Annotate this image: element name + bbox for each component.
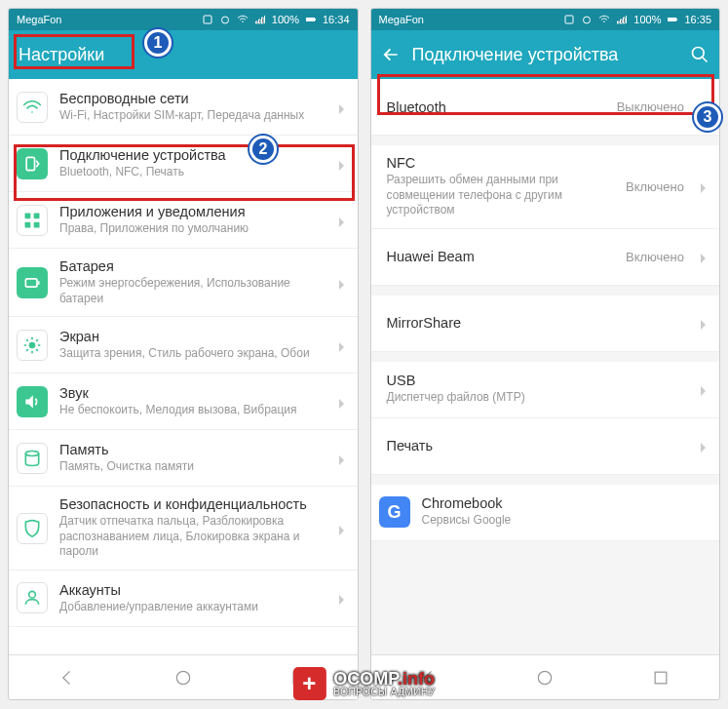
row-wireless[interactable]: Беспроводные сетиWi-Fi, Настройки SIM-ка…	[9, 79, 358, 136]
svg-rect-0	[204, 16, 211, 23]
carrier-label: MegaFon	[379, 14, 424, 25]
row-apps[interactable]: Приложения и уведомленияПрава, Приложени…	[9, 192, 358, 249]
row-accounts[interactable]: АккаунтыДобавление/управление аккаунтами	[9, 571, 358, 627]
signal-icon	[254, 14, 266, 25]
battery-label: 100%	[633, 14, 661, 25]
recent-nav-button[interactable]	[651, 668, 671, 688]
phone-left: MegaFon 100% 16:34 Настройки Беспроводны…	[8, 8, 359, 700]
home-nav-button[interactable]	[173, 668, 193, 688]
row-title: Память	[59, 442, 326, 457]
svg-point-21	[539, 671, 552, 684]
svg-rect-6	[34, 213, 40, 218]
row-chromebook[interactable]: G ChromebookСервисы Google	[371, 485, 720, 541]
svg-rect-22	[656, 672, 668, 684]
svg-rect-8	[34, 221, 40, 227]
sound-icon	[17, 386, 48, 417]
row-usb[interactable]: USBДиспетчер файлов (MTP)	[371, 362, 720, 418]
annotation-badge-1: 1	[144, 29, 172, 57]
annotation-badge-3: 3	[694, 103, 721, 131]
chevron-right-icon	[338, 592, 346, 604]
settings-header: Настройки	[9, 30, 358, 79]
nfc-status-icon	[202, 14, 213, 25]
chevron-right-icon	[700, 383, 708, 395]
row-storage[interactable]: ПамятьПамять, Очистка памяти	[9, 430, 358, 487]
row-sound[interactable]: ЗвукНе беспокоить, Мелодия вызова, Вибра…	[9, 374, 358, 430]
row-sub: Сервисы Google	[422, 513, 709, 529]
status-bar: MegaFon 100% 16:35	[371, 9, 720, 30]
wifi-icon	[17, 92, 48, 123]
apps-icon	[17, 205, 48, 236]
row-title: Беспроводные сети	[59, 91, 326, 106]
row-battery[interactable]: БатареяРежим энергосбережения, Использов…	[9, 249, 358, 317]
row-title: Bluetooth	[387, 99, 605, 115]
svg-point-14	[176, 671, 189, 684]
watermark-name: OCOMP	[333, 669, 398, 689]
svg-rect-2	[306, 18, 315, 21]
battery-icon	[305, 14, 317, 25]
svg-rect-5	[25, 213, 31, 218]
row-display[interactable]: ЭкранЗащита зрения, Стиль рабочего экран…	[9, 317, 358, 374]
wifi-icon	[237, 14, 249, 25]
row-nfc[interactable]: NFCРазрешить обмен данными при совмещени…	[371, 145, 720, 229]
battery-label: 100%	[272, 14, 299, 25]
row-huawei-beam[interactable]: Huawei Beam Включено	[371, 229, 720, 286]
row-title: Приложения и уведомления	[59, 204, 326, 219]
chevron-right-icon	[338, 453, 346, 464]
time-label: 16:35	[684, 14, 711, 25]
row-mirrorshare[interactable]: MirrorShare	[371, 295, 720, 352]
row-security[interactable]: Безопасность и конфиденциальностьДатчик …	[9, 487, 358, 571]
row-sub: Права, Приложения по умолчанию	[59, 221, 326, 237]
nfc-status-icon	[563, 14, 575, 25]
connection-header: Подключение устройства	[371, 30, 720, 79]
row-sub: Память, Очистка памяти	[59, 459, 326, 475]
row-title: NFC	[387, 155, 615, 171]
google-icon: G	[379, 496, 410, 528]
chevron-right-icon	[700, 251, 708, 262]
back-nav-button[interactable]	[57, 668, 77, 688]
alarm-icon	[219, 14, 231, 25]
status-bar: MegaFon 100% 16:34	[9, 9, 358, 30]
row-bluetooth[interactable]: Bluetooth Выключено	[371, 79, 720, 136]
signal-icon	[616, 14, 628, 25]
row-value: Включено	[626, 179, 684, 194]
chevron-right-icon	[700, 180, 708, 192]
back-button[interactable]	[381, 45, 401, 64]
carrier-label: MegaFon	[17, 14, 61, 25]
settings-list[interactable]: Беспроводные сетиWi-Fi, Настройки SIM-ка…	[9, 79, 358, 654]
alarm-icon	[581, 14, 593, 25]
svg-rect-4	[26, 157, 34, 170]
chevron-right-icon	[338, 339, 346, 351]
battery-icon	[667, 14, 678, 25]
row-sub: Режим энергосбережения, Использование ба…	[59, 276, 326, 306]
search-button[interactable]	[690, 45, 709, 64]
storage-icon	[17, 443, 48, 474]
row-sub: Не беспокоить, Мелодия вызова, Вибрация	[59, 403, 326, 418]
row-device-connection[interactable]: Подключение устройстваBluetooth, NFC, Пе…	[9, 136, 358, 192]
chevron-right-icon	[700, 317, 708, 329]
chevron-right-icon	[338, 215, 346, 226]
accounts-icon	[17, 582, 48, 613]
row-title: Батарея	[59, 258, 326, 274]
home-nav-button[interactable]	[535, 668, 555, 688]
annotation-badge-2: 2	[249, 136, 277, 163]
display-icon	[17, 330, 48, 361]
row-sub: Добавление/управление аккаунтами	[59, 600, 326, 615]
row-print[interactable]: Печать	[371, 418, 720, 475]
chevron-right-icon	[338, 277, 346, 289]
chevron-right-icon	[338, 158, 346, 170]
row-title: USB	[387, 373, 689, 388]
row-sub: Wi-Fi, Настройки SIM-карт, Передача данн…	[59, 108, 326, 124]
svg-rect-9	[25, 278, 37, 286]
connection-list[interactable]: Bluetooth Выключено NFCРазрешить обмен д…	[371, 79, 720, 654]
watermark-icon: +	[292, 667, 326, 700]
svg-rect-16	[565, 16, 573, 23]
wifi-icon	[598, 14, 610, 25]
row-title: Экран	[59, 329, 326, 344]
watermark-domain: .info	[398, 669, 435, 689]
watermark-tagline: ВОПРОСЫ АДМИНУ	[333, 688, 435, 697]
row-sub: Диспетчер файлов (MTP)	[387, 390, 689, 406]
row-title: Звук	[59, 385, 326, 401]
svg-rect-18	[668, 18, 676, 21]
svg-point-17	[584, 17, 591, 23]
chevron-right-icon	[700, 440, 708, 452]
